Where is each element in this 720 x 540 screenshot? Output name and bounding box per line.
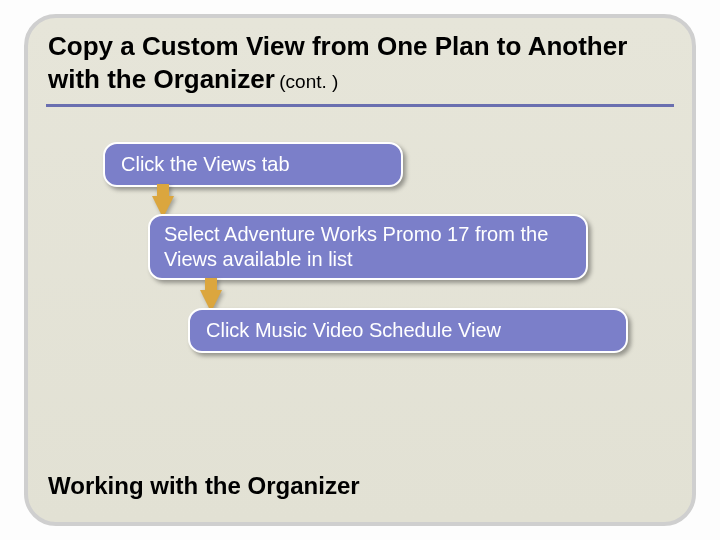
- slide-frame: Copy a Custom View from One Plan to Anot…: [24, 14, 696, 526]
- step-3-box: Click Music Video Schedule View: [188, 308, 628, 353]
- step-2-text: Select Adventure Works Promo 17 from the…: [164, 223, 548, 270]
- title-underline: [46, 104, 674, 107]
- slide-title-block: Copy a Custom View from One Plan to Anot…: [48, 30, 668, 95]
- footer-text: Working with the Organizer: [48, 472, 360, 500]
- slide-title-cont: (cont. ): [279, 71, 338, 92]
- step-1-text: Click the Views tab: [121, 153, 290, 175]
- step-3-text: Click Music Video Schedule View: [206, 319, 501, 341]
- step-2-box: Select Adventure Works Promo 17 from the…: [148, 214, 588, 280]
- step-1-box: Click the Views tab: [103, 142, 403, 187]
